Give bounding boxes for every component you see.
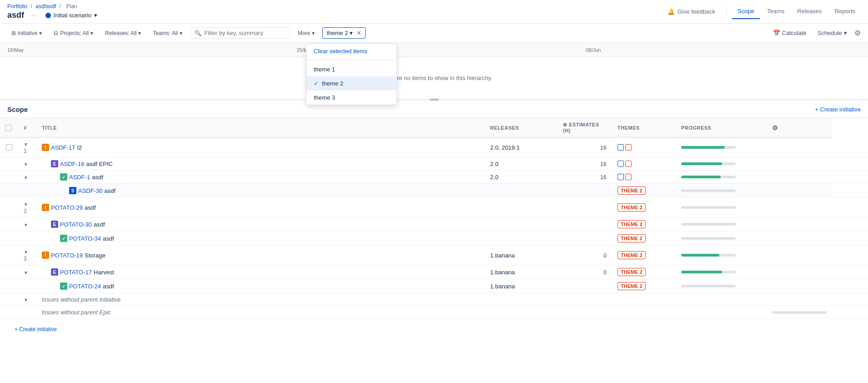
no-parent-epic-label: Issues without parent Epic bbox=[36, 306, 767, 319]
scenario-selector[interactable]: Initial scenario ▾ bbox=[45, 12, 97, 19]
issue-type-icon: ✓ bbox=[60, 235, 67, 242]
expand-icon[interactable]: ▼ bbox=[24, 162, 28, 167]
breadcrumb-project[interactable]: asdfasdf bbox=[35, 3, 56, 10]
top-nav: Portfolio / asdfasdf / Plan asdf ··· Ini… bbox=[0, 0, 868, 24]
expand-icon[interactable]: ▼ bbox=[24, 175, 28, 180]
clear-selected-label: Clear selected items bbox=[314, 48, 367, 55]
progress-bar bbox=[681, 271, 736, 273]
issue-title: asdf bbox=[103, 235, 114, 242]
theme2-option[interactable]: ✓ theme 2 bbox=[306, 76, 396, 91]
theme-square[interactable] bbox=[625, 144, 632, 151]
schedule-button[interactable]: Schedule ▾ bbox=[814, 28, 851, 38]
search-box[interactable]: 🔍 bbox=[190, 27, 290, 39]
theme-square[interactable] bbox=[617, 174, 624, 180]
progress-cell bbox=[676, 246, 767, 265]
theme-filter-label: theme 2 bbox=[326, 30, 348, 36]
releases-cell bbox=[485, 217, 557, 232]
clear-selected-item[interactable]: Clear selected items bbox=[306, 44, 396, 58]
releases-filter[interactable]: Releases: All ▾ bbox=[101, 28, 145, 39]
theme3-option[interactable]: theme 3 bbox=[306, 91, 396, 105]
more-filter[interactable]: More ▾ bbox=[294, 28, 319, 39]
progress-cell bbox=[676, 157, 767, 171]
progress-bar bbox=[681, 254, 736, 257]
col-checkbox bbox=[0, 118, 18, 137]
teams-filter[interactable]: Teams: All ▾ bbox=[149, 28, 186, 39]
initiative-label: initiative bbox=[18, 30, 37, 36]
expand-icon[interactable]: ▼ bbox=[24, 202, 28, 207]
schedule-chevron: ▾ bbox=[844, 30, 847, 36]
col-estimates: ⊕ Estimates (h) bbox=[557, 118, 612, 137]
search-input[interactable] bbox=[204, 30, 286, 36]
feedback-label: Give feedback bbox=[677, 8, 715, 15]
issue-key[interactable]: ASDF-16 bbox=[60, 161, 84, 167]
theme-filter[interactable]: theme 2 ▾ ✕ bbox=[322, 27, 366, 39]
row-num: 2 bbox=[24, 208, 27, 214]
expand-icon[interactable]: ▼ bbox=[24, 270, 28, 275]
app-title: asdf bbox=[7, 10, 24, 20]
scope-title: Scope bbox=[7, 106, 28, 113]
calculate-button[interactable]: 📅 Calculate bbox=[769, 28, 810, 38]
initiative-filter[interactable]: ⊞ initiative ▾ bbox=[7, 28, 46, 39]
settings-button[interactable]: ⚙ bbox=[854, 29, 861, 37]
feedback-button[interactable]: 🔔 Give feedback bbox=[667, 8, 715, 15]
select-all-checkbox[interactable] bbox=[5, 125, 12, 131]
theme-badge: THEME 2 bbox=[617, 282, 646, 290]
create-initiative-footer-link[interactable]: + Create initiative bbox=[7, 323, 64, 336]
theme-badge: THEME 2 bbox=[617, 186, 646, 195]
app-more-button[interactable]: ··· bbox=[31, 12, 36, 19]
issue-key[interactable]: ASDF-30 bbox=[78, 187, 102, 194]
nav-link-reports[interactable]: Reports bbox=[829, 4, 861, 19]
issue-key[interactable]: ASDF-1 bbox=[69, 174, 90, 181]
theme-square[interactable] bbox=[617, 161, 624, 167]
col-releases: Releases bbox=[485, 118, 557, 137]
issue-key[interactable]: POTATO-19 bbox=[51, 252, 83, 259]
projects-label: Projects: All bbox=[60, 30, 89, 36]
progress-cell bbox=[676, 198, 767, 217]
issue-key[interactable]: POTATO-24 bbox=[69, 283, 101, 290]
nav-link-releases[interactable]: Releases bbox=[792, 4, 827, 19]
theme-square[interactable] bbox=[625, 174, 632, 180]
estimates-cell: 0 bbox=[557, 265, 612, 279]
col-progress: Progress bbox=[676, 118, 767, 137]
progress-bar bbox=[681, 162, 736, 165]
issue-key[interactable]: POTATO-29 bbox=[51, 204, 83, 211]
breadcrumb-portfolio[interactable]: Portfolio bbox=[7, 3, 27, 10]
nav-link-scope[interactable]: Scope bbox=[732, 4, 760, 19]
scroll-handle[interactable] bbox=[430, 99, 439, 101]
table-settings-icon[interactable]: ⚙ bbox=[772, 124, 778, 131]
timeline-header: 18/May 25/May 08/Jun bbox=[0, 43, 868, 57]
create-initiative-button[interactable]: + Create initiative bbox=[815, 106, 861, 113]
scope-section-header: Scope + Create initiative bbox=[0, 101, 868, 118]
expand-icon[interactable]: ▼ bbox=[24, 250, 28, 255]
theme-square[interactable] bbox=[617, 144, 624, 151]
theme-clear-button[interactable]: ✕ bbox=[356, 30, 361, 36]
themes-cell bbox=[612, 171, 676, 184]
progress-bar bbox=[681, 189, 736, 192]
theme2-check: ✓ bbox=[314, 81, 318, 87]
issue-key[interactable]: ASDF-17 bbox=[51, 144, 75, 151]
issue-title: asdf bbox=[104, 187, 115, 194]
filter-icon: ⊟ bbox=[54, 30, 58, 36]
expand-icon[interactable]: ▼ bbox=[24, 222, 28, 227]
expand-icon[interactable]: ▼ bbox=[24, 297, 28, 302]
theme1-option[interactable]: theme 1 bbox=[306, 62, 396, 76]
themes-cell: THEME 2 bbox=[612, 232, 676, 246]
theme-chevron: ▾ bbox=[350, 30, 353, 36]
breadcrumb-page: Plan bbox=[66, 3, 77, 10]
projects-filter[interactable]: ⊟ Projects: All ▾ bbox=[50, 28, 97, 39]
issue-key[interactable]: POTATO-17 bbox=[60, 269, 92, 276]
expand-icon[interactable]: ▼ bbox=[24, 142, 28, 147]
issue-title: asdf bbox=[94, 221, 105, 228]
issue-key[interactable]: POTATO-30 bbox=[60, 221, 92, 228]
more-label: More bbox=[298, 30, 310, 36]
issue-title: asdf bbox=[85, 204, 96, 211]
issue-type-icon: E bbox=[51, 221, 58, 228]
releases-cell: 2.0, 2019.1 bbox=[485, 137, 557, 157]
issue-key[interactable]: POTATO-34 bbox=[69, 235, 101, 242]
col-themes: Themes bbox=[612, 118, 676, 137]
theme-square[interactable] bbox=[625, 161, 632, 167]
row-checkbox[interactable] bbox=[6, 144, 12, 151]
nav-link-teams[interactable]: Teams bbox=[762, 4, 790, 19]
estimates-cell bbox=[557, 198, 612, 217]
estimates-cell bbox=[557, 279, 612, 293]
